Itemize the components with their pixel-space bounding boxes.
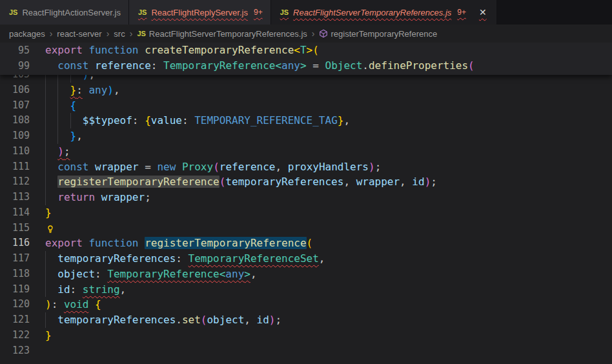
- code-editor[interactable]: 105 );106 }: any),107 {108 $$typeof: {va…: [0, 43, 612, 364]
- code-token: =: [307, 59, 325, 72]
- code-token: wrapper: [95, 161, 138, 173]
- code-token: id: [257, 314, 269, 326]
- breadcrumb-segment-src[interactable]: src: [114, 29, 125, 39]
- code-token: defineProperties: [369, 59, 468, 72]
- code-line-106[interactable]: 106 }: any),: [0, 83, 612, 98]
- line-content: ): void {: [45, 297, 101, 312]
- code-token: :: [132, 114, 145, 126]
- lightbulb-icon[interactable]: [45, 223, 56, 234]
- code-line-110[interactable]: 110 );: [0, 144, 612, 159]
- line-content: return wrapper;: [45, 190, 151, 205]
- code-token: Proxy: [182, 161, 213, 173]
- code-token: const: [57, 59, 88, 72]
- close-tab-icon[interactable]: ✕: [477, 6, 489, 18]
- code-line-123[interactable]: 123: [0, 343, 612, 359]
- code-token: registerTemporaryReference: [145, 237, 306, 249]
- code-line-109[interactable]: 109 },: [0, 128, 612, 144]
- code-token: TemporaryReference: [163, 59, 275, 72]
- code-token: <: [294, 44, 300, 56]
- tab-label: ReactFlightReplyServer.js: [151, 8, 248, 17]
- code-line-118[interactable]: 118 object: TemporaryReference<any>,: [0, 267, 612, 282]
- code-token: ,: [400, 176, 412, 188]
- code-token: any: [88, 84, 107, 96]
- code-line-117[interactable]: 117 temporaryReferences: TemporaryRefere…: [0, 251, 612, 267]
- line-content: }: any),: [45, 83, 120, 98]
- code-line-120[interactable]: 120): void {: [0, 297, 612, 312]
- line-number: 95: [0, 43, 30, 58]
- line-content: }: [45, 205, 52, 221]
- code-line-122[interactable]: 122}: [0, 328, 612, 343]
- code-token: }: [70, 130, 77, 142]
- code-token: [88, 298, 95, 310]
- code-line-119[interactable]: 119 id: string,: [0, 282, 612, 298]
- code-token: }: [45, 329, 52, 341]
- breadcrumb-symbol[interactable]: registerTemporaryReference: [331, 29, 437, 39]
- code-token: =: [139, 161, 158, 173]
- code-token: [45, 314, 57, 326]
- code-token: [176, 161, 182, 173]
- line-number: 122: [0, 328, 30, 343]
- code-token: (: [468, 59, 474, 72]
- line-number: 121: [0, 312, 30, 328]
- code-line-112[interactable]: 112 registerTemporaryReference(temporary…: [0, 174, 612, 190]
- code-line-111[interactable]: 111 const wrapper = new Proxy(reference,…: [0, 159, 612, 175]
- code-token: }: [70, 84, 77, 96]
- code-token: :: [70, 283, 83, 296]
- code-line-113[interactable]: 113 return wrapper;: [0, 190, 612, 205]
- code-token: const: [57, 161, 88, 173]
- code-token: [45, 176, 57, 188]
- code-lines: 105 );106 }: any),107 {108 $$typeof: {va…: [0, 67, 612, 359]
- code-token: ): [45, 298, 52, 310]
- code-token: .: [176, 314, 182, 326]
- line-content: {: [45, 98, 76, 114]
- js-file-icon: JS: [9, 8, 17, 16]
- code-token: [45, 268, 57, 280]
- code-token: :: [95, 268, 107, 280]
- code-token: TemporaryReference: [107, 268, 219, 280]
- code-token: ;: [275, 314, 281, 326]
- code-token: TEMPORARY_REFERENCE_TAG: [194, 114, 338, 126]
- code-line-107[interactable]: 107 {: [0, 98, 612, 114]
- line-content: },: [45, 128, 83, 144]
- code-line-108[interactable]: 108 $$typeof: {value: TEMPORARY_REFERENC…: [0, 113, 612, 128]
- sticky-line-95[interactable]: 95export function createTemporaryReferen…: [0, 43, 612, 58]
- line-number: 107: [0, 98, 30, 114]
- code-token: $$typeof: [83, 114, 132, 126]
- code-token: [45, 191, 57, 203]
- code-token: [45, 252, 57, 265]
- code-token: reference: [219, 161, 276, 173]
- code-token: {: [95, 298, 101, 310]
- line-number: 111: [0, 159, 30, 175]
- code-token: >: [307, 44, 313, 56]
- code-token: wrapper: [356, 176, 400, 188]
- code-line-115[interactable]: 115: [0, 221, 612, 236]
- line-number: 120: [0, 297, 30, 312]
- code-token: [45, 59, 57, 72]
- breadcrumb-file[interactable]: ReactFlightServerTemporaryReferences.js: [149, 29, 307, 39]
- breadcrumb: packages›react-server›src›JSReactFlightS…: [0, 25, 612, 43]
- tab-ReactFlightServerTemporaryReferences[interactable]: JSReactFlightServerTemporaryReferences.j…: [271, 0, 497, 25]
- code-token: void: [64, 298, 89, 310]
- tab-ReactFlightReplyServer[interactable]: JSReactFlightReplyServer.js9+: [129, 0, 271, 25]
- code-line-114[interactable]: 114}: [0, 205, 612, 221]
- code-token: [45, 130, 70, 142]
- tab-ReactFlightActionServer[interactable]: JSReactFlightActionServer.js: [0, 0, 129, 25]
- code-token: [45, 283, 57, 296]
- breadcrumb-segment-packages[interactable]: packages: [9, 29, 45, 39]
- sticky-line-99[interactable]: 99 const reference: TemporaryReference<a…: [0, 58, 612, 74]
- code-token: :: [176, 252, 188, 265]
- line-number: 115: [0, 221, 30, 236]
- code-token: proxyHandlers: [288, 161, 369, 173]
- code-token: (: [219, 176, 226, 188]
- code-token: ): [57, 145, 64, 157]
- breadcrumb-segment-react-server[interactable]: react-server: [57, 29, 101, 39]
- code-token: id: [412, 176, 424, 188]
- line-number: 112: [0, 174, 30, 190]
- editor-tab-bar: JSReactFlightActionServer.jsJSReactFligh…: [0, 0, 612, 25]
- code-token: >: [300, 59, 307, 72]
- line-number: 113: [0, 190, 30, 205]
- line-number: 119: [0, 282, 30, 298]
- code-token: TemporaryReferenceSet: [189, 252, 319, 265]
- code-line-116[interactable]: 116export function registerTemporaryRefe…: [0, 236, 612, 251]
- code-line-121[interactable]: 121 temporaryReferences.set(object, id);: [0, 312, 612, 328]
